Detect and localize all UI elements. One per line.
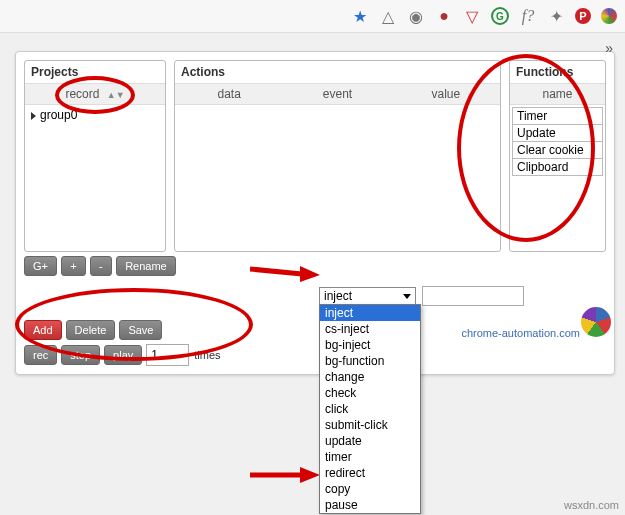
dropdown-option[interactable]: inject: [320, 305, 420, 321]
watermark: wsxdn.com: [564, 499, 619, 511]
project-item[interactable]: group0: [25, 105, 165, 125]
dropdown-option[interactable]: update: [320, 433, 420, 449]
dropdown-option[interactable]: check: [320, 385, 420, 401]
site-link[interactable]: chrome-automation.com: [461, 327, 580, 339]
annotation-arrow-icon: [250, 465, 320, 485]
dot-icon[interactable]: ●: [435, 7, 453, 25]
svg-marker-3: [300, 467, 320, 483]
minus-button[interactable]: -: [90, 256, 112, 276]
chevron-down-icon: [403, 294, 411, 299]
grammarly-icon[interactable]: G: [491, 7, 509, 25]
actions-header: Actions: [175, 61, 500, 83]
event-select-value: inject: [324, 289, 352, 303]
plus-button[interactable]: +: [61, 256, 85, 276]
functions-header: Functions: [510, 61, 605, 83]
times-label: times: [194, 349, 220, 361]
actions-col-data[interactable]: data: [175, 84, 283, 104]
font-icon[interactable]: f?: [519, 7, 537, 25]
functions-list: Timer Update Clear cookie Clipboard: [510, 105, 605, 177]
functions-col-name[interactable]: name: [510, 84, 605, 104]
pinterest-icon[interactable]: P: [575, 8, 591, 24]
dropdown-option[interactable]: timer: [320, 449, 420, 465]
drive-icon[interactable]: △: [379, 7, 397, 25]
event-select[interactable]: inject inject cs-inject bg-inject bg-fun…: [319, 287, 416, 305]
dropdown-option[interactable]: click: [320, 401, 420, 417]
dropdown-option[interactable]: bg-function: [320, 353, 420, 369]
delete-button[interactable]: Delete: [66, 320, 116, 340]
caret-right-icon: [31, 112, 36, 120]
dropdown-option[interactable]: change: [320, 369, 420, 385]
save-button[interactable]: Save: [119, 320, 162, 340]
project-buttons: G+ + - Rename: [24, 256, 606, 276]
star-icon[interactable]: ★: [351, 7, 369, 25]
times-input[interactable]: [146, 344, 189, 366]
extension-icon[interactable]: [601, 8, 617, 24]
dropdown-option[interactable]: submit-click: [320, 417, 420, 433]
logo-icon: [581, 307, 611, 337]
function-item[interactable]: Timer: [512, 107, 603, 125]
shield-icon[interactable]: ▽: [463, 7, 481, 25]
add-button[interactable]: Add: [24, 320, 62, 340]
projects-header: Projects: [25, 61, 165, 83]
stop-button[interactable]: stop: [61, 345, 100, 365]
functions-col-header: name: [510, 83, 605, 105]
gplus-button[interactable]: G+: [24, 256, 57, 276]
camera-icon[interactable]: ◉: [407, 7, 425, 25]
evernote-icon[interactable]: ✦: [547, 7, 565, 25]
dropdown-option[interactable]: copy: [320, 481, 420, 497]
actions-col-header: data event value: [175, 83, 500, 105]
rename-button[interactable]: Rename: [116, 256, 176, 276]
overflow-chevron-icon[interactable]: »: [605, 40, 613, 56]
dropdown-option[interactable]: bg-inject: [320, 337, 420, 353]
functions-box: Functions name Timer Update Clear cookie…: [509, 60, 606, 252]
actions-col-event[interactable]: event: [283, 84, 391, 104]
actions-box: Actions data event value: [174, 60, 501, 252]
projects-col-header[interactable]: record ▲▼: [25, 83, 165, 105]
function-item[interactable]: Clear cookie: [512, 141, 603, 159]
event-dropdown: inject cs-inject bg-inject bg-function c…: [319, 304, 421, 514]
projects-sort-col[interactable]: record ▲▼: [25, 84, 165, 104]
function-item[interactable]: Update: [512, 124, 603, 142]
dropdown-option[interactable]: cs-inject: [320, 321, 420, 337]
play-button[interactable]: play: [104, 345, 142, 365]
value-input[interactable]: [422, 286, 524, 306]
action-select-row: inject inject cs-inject bg-inject bg-fun…: [319, 286, 606, 306]
actions-col-value[interactable]: value: [392, 84, 500, 104]
rec-button[interactable]: rec: [24, 345, 57, 365]
browser-toolbar: ★ △ ◉ ● ▽ G f? ✦ P: [0, 0, 625, 33]
play-row: rec stop play times: [24, 344, 606, 366]
projects-box: Projects record ▲▼ group0: [24, 60, 166, 252]
dropdown-option[interactable]: pause: [320, 497, 420, 513]
dropdown-option[interactable]: redirect: [320, 465, 420, 481]
function-item[interactable]: Clipboard: [512, 158, 603, 176]
